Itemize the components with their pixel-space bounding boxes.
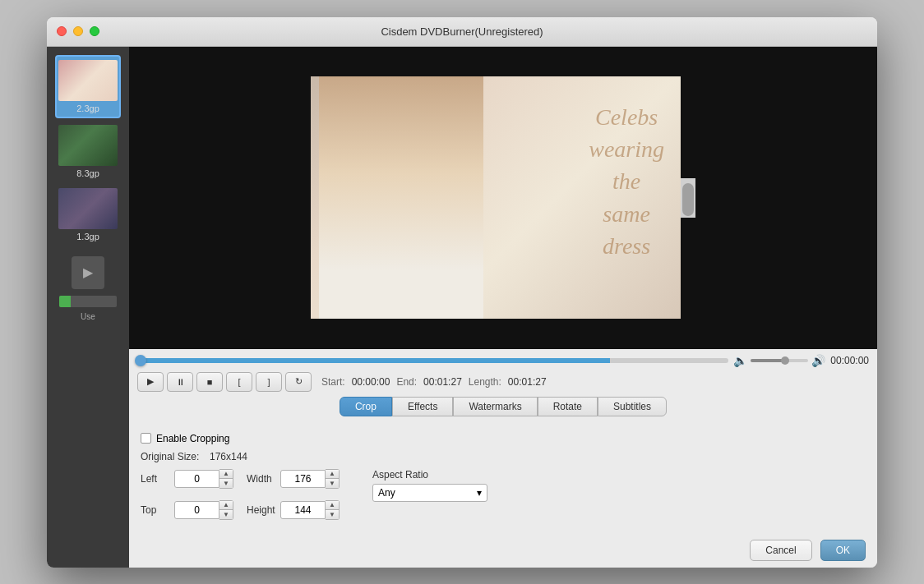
aspect-ratio-label: Aspect Ratio <box>372 469 487 481</box>
start-label: Start: <box>321 376 345 388</box>
sidebar-item-2[interactable]: 1.3gp <box>55 185 121 245</box>
top-field-row: Top ▲ ▼ Height <box>141 500 340 520</box>
play-button[interactable]: ▶ <box>137 372 164 392</box>
mark-out-icon: ] <box>267 377 270 387</box>
dropdown-arrow-icon: ▾ <box>477 487 482 499</box>
video-text-line3: the <box>589 165 664 197</box>
tabs-row: Crop Effects Watermarks Rotate Subtitles <box>137 397 869 416</box>
sidebar-progress-bar <box>59 296 117 307</box>
minimize-button[interactable] <box>73 26 83 36</box>
sidebar-item-0[interactable]: 2.3gp <box>55 55 121 118</box>
maximize-button[interactable] <box>90 26 99 36</box>
original-size-label: Original Size: <box>141 451 206 462</box>
tab-crop[interactable]: Crop <box>340 397 392 416</box>
width-spinner[interactable]: ▲ ▼ <box>280 469 340 489</box>
width-input[interactable] <box>280 470 326 488</box>
top-down-arrow[interactable]: ▼ <box>219 510 233 519</box>
tab-rotate[interactable]: Rotate <box>538 397 598 416</box>
end-label: End: <box>396 376 417 388</box>
width-up-arrow[interactable]: ▲ <box>326 470 339 479</box>
left-down-arrow[interactable]: ▼ <box>219 479 233 488</box>
video-text-line1: Celebs <box>589 101 664 133</box>
bottom-buttons: Cancel OK <box>129 533 877 568</box>
loop-icon: ↻ <box>295 376 303 387</box>
top-field-group: Top ▲ ▼ <box>141 500 233 520</box>
tab-effects[interactable]: Effects <box>392 397 453 416</box>
current-time-display: 00:00:00 <box>830 355 869 366</box>
left-label: Left <box>141 473 169 485</box>
aspect-ratio-select[interactable]: Any ▾ <box>372 484 487 502</box>
mark-out-button[interactable]: ] <box>256 372 282 392</box>
left-field-row: Left ▲ ▼ Width <box>141 469 340 489</box>
left-up-arrow[interactable]: ▲ <box>219 470 233 479</box>
scrollbar[interactable] <box>681 178 695 218</box>
enable-cropping-row: Enable Cropping <box>141 433 866 444</box>
video-text-line4: same <box>589 198 664 230</box>
video-text-line5: dress <box>589 230 664 262</box>
width-arrows[interactable]: ▲ ▼ <box>326 469 340 489</box>
loop-button[interactable]: ↻ <box>285 372 312 392</box>
enable-cropping-checkbox[interactable] <box>141 433 151 444</box>
volume-thumb[interactable] <box>781 356 789 365</box>
ok-button[interactable]: OK <box>820 540 866 561</box>
length-label: Length: <box>469 376 501 388</box>
sidebar-play-button[interactable]: ▶ <box>72 256 104 289</box>
height-input[interactable] <box>280 501 326 519</box>
height-label: Height <box>247 504 275 516</box>
left-spinner[interactable]: ▲ ▼ <box>174 469 233 489</box>
top-input[interactable] <box>174 501 219 519</box>
thumbnail-2 <box>58 188 118 229</box>
mark-in-button[interactable]: [ <box>226 372 252 392</box>
stop-button[interactable]: ■ <box>196 372 223 392</box>
sidebar-item-1[interactable]: 8.3gp <box>55 122 121 182</box>
close-button[interactable] <box>57 26 67 36</box>
tab-subtitles[interactable]: Subtitles <box>598 397 667 416</box>
main-panel: Celebs wearing the same dress <box>129 47 877 568</box>
pause-icon: ⏸ <box>176 377 185 387</box>
width-down-arrow[interactable]: ▼ <box>326 479 339 488</box>
top-spinner[interactable]: ▲ ▼ <box>174 500 233 520</box>
sidebar: 2.3gp 8.3gp 1.3gp ▶ Use <box>47 47 129 568</box>
height-arrows[interactable]: ▲ ▼ <box>326 500 340 520</box>
cancel-button[interactable]: Cancel <box>750 540 811 561</box>
play-icon: ▶ <box>147 376 154 387</box>
volume-up-icon: 🔊 <box>811 354 825 367</box>
progress-bar-container: 🔈 🔊 00:00:00 <box>137 354 869 367</box>
aspect-ratio-value: Any <box>378 487 395 499</box>
video-area: Celebs wearing the same dress <box>129 47 877 349</box>
progress-thumb[interactable] <box>135 355 146 366</box>
stop-icon: ■ <box>207 377 213 387</box>
tab-watermarks[interactable]: Watermarks <box>453 397 537 416</box>
crop-panel: Enable Cropping Original Size: 176x144 L… <box>129 426 877 533</box>
time-info: Start: 00:00:00 End: 00:01:27 Length: 00… <box>321 376 547 388</box>
video-text-line2: wearing <box>589 133 664 165</box>
end-time: 00:01:27 <box>423 376 462 388</box>
left-arrows[interactable]: ▲ ▼ <box>219 469 233 489</box>
height-down-arrow[interactable]: ▼ <box>326 510 339 519</box>
sidebar-progress-fill <box>59 296 71 307</box>
height-spinner[interactable]: ▲ ▼ <box>280 500 340 520</box>
volume-fill <box>751 359 785 362</box>
content-area: 2.3gp 8.3gp 1.3gp ▶ Use <box>47 47 877 568</box>
transport-row: ▶ ⏸ ■ [ ] ↻ <box>137 372 869 392</box>
length-time: 00:01:27 <box>508 376 547 388</box>
top-up-arrow[interactable]: ▲ <box>219 501 233 510</box>
top-label: Top <box>141 504 169 516</box>
top-arrows[interactable]: ▲ ▼ <box>219 500 233 520</box>
original-size-value: 176x144 <box>210 451 247 462</box>
sidebar-used-label: Use <box>81 312 95 321</box>
volume-track[interactable] <box>751 359 808 362</box>
scrollbar-thumb[interactable] <box>682 183 694 216</box>
video-person <box>319 76 483 319</box>
height-field-group: Height ▲ ▼ <box>247 500 340 520</box>
traffic-lights <box>57 26 99 36</box>
controls-area: 🔈 🔊 00:00:00 ▶ ⏸ <box>129 349 877 426</box>
pause-button[interactable]: ⏸ <box>167 372 193 392</box>
left-input[interactable] <box>174 470 219 488</box>
original-size-row: Original Size: 176x144 <box>141 451 866 462</box>
start-time: 00:00:00 <box>352 376 390 388</box>
height-up-arrow[interactable]: ▲ <box>326 501 339 510</box>
progress-track[interactable] <box>137 358 728 363</box>
enable-cropping-label: Enable Cropping <box>156 433 229 444</box>
video-text-overlay: Celebs wearing the same dress <box>589 101 664 262</box>
